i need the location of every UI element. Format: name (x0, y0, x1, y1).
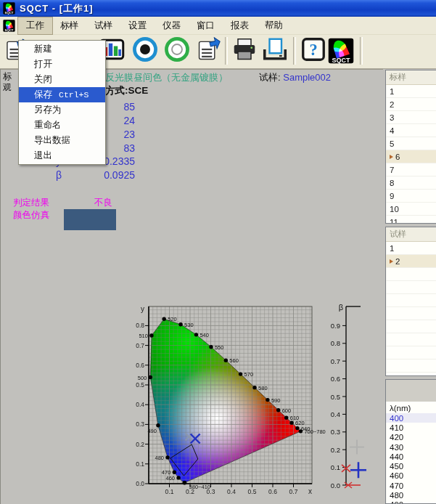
help-button[interactable]: ? (298, 36, 329, 66)
svg-text:510: 510 (139, 333, 148, 339)
color-spec-label: 反光膜昼间色（无金属镀膜） (105, 71, 228, 84)
row-number: 10 (390, 205, 399, 214)
menu-item-3[interactable]: 设置 (120, 17, 155, 34)
list-item[interactable]: 7 (386, 163, 436, 176)
list-item[interactable]: 10 (386, 203, 436, 216)
row-number: 2 (395, 257, 400, 266)
list-item[interactable]: 8 (386, 176, 436, 190)
svg-text:0.5: 0.5 (136, 381, 144, 389)
menu-item-6[interactable]: 报表 (223, 17, 257, 34)
app-logo-icon: SQCT (3, 2, 15, 15)
wavelength-row[interactable]: 420 (386, 433, 436, 442)
svg-text:530: 530 (184, 322, 194, 328)
sqct-window: SQCT SQCT - [工作1] SQCT 工作标样试样设置仪器窗口报表帮助 (0, 0, 436, 504)
svg-text:0.4: 0.4 (331, 410, 340, 418)
value-beta: 0.0925 (65, 169, 135, 181)
toolbar-separator (293, 37, 296, 65)
list-item[interactable]: 3 (386, 111, 436, 124)
wavelength-row[interactable]: 430 (386, 442, 436, 452)
list-item[interactable]: 2 (386, 98, 436, 111)
empty-row (386, 373, 436, 376)
file-menu-item-5[interactable]: 重命名 (19, 118, 105, 133)
empty-row (386, 320, 436, 333)
svg-text:0.7: 0.7 (331, 357, 340, 365)
file-menu-item-0[interactable]: 新建 (19, 41, 105, 57)
file-menu-item-3[interactable]: 保存Ctrl+S (19, 87, 105, 102)
list-item[interactable]: 1 (386, 242, 436, 255)
menu-item-5[interactable]: 窗口 (189, 17, 223, 34)
empty-row (386, 281, 436, 294)
wavelength-row[interactable]: 490 (386, 500, 436, 504)
file-menu-item-6[interactable]: 导出数据 (19, 133, 105, 148)
svg-text:470: 470 (162, 469, 171, 476)
judgment-label: 判定结果 (13, 197, 49, 209)
measure-sample-button[interactable] (162, 36, 192, 66)
row-number: 9 (390, 192, 394, 200)
color-simulation-swatch (64, 209, 116, 230)
wavelength-row[interactable]: 450 (386, 461, 436, 471)
print-button[interactable] (229, 36, 260, 66)
menu-item-7[interactable]: 帮助 (257, 17, 291, 34)
wavelength-row[interactable]: 470 (386, 481, 436, 490)
list-item[interactable]: 1 (386, 85, 436, 98)
list-item[interactable]: 9 (386, 190, 436, 203)
svg-text:0.8: 0.8 (136, 322, 144, 329)
wavelength-list[interactable]: λ(nm)400410420430440450460470480490 (385, 379, 436, 504)
file-menu-item-label: 导出数据 (34, 134, 70, 147)
row-number: 3 (390, 113, 394, 122)
list-item[interactable]: 4 (386, 124, 436, 137)
svg-text:x: x (308, 487, 312, 495)
list-item[interactable]: 5 (386, 137, 436, 150)
wavelength-row[interactable]: 460 (386, 471, 436, 481)
file-menu-item-label: 另存为 (34, 104, 62, 116)
svg-text:550: 550 (215, 344, 224, 351)
print-preview-button[interactable] (260, 36, 290, 66)
wavelength-row[interactable]: 480 (386, 490, 436, 500)
svg-text:0.2: 0.2 (136, 441, 144, 448)
file-menu-item-1[interactable]: 打开 (19, 57, 105, 72)
menu-item-1[interactable]: 标样 (52, 17, 86, 34)
svg-text:500: 500 (138, 375, 147, 381)
wavelength-row[interactable]: 400 (386, 413, 436, 423)
row-number: 4 (390, 126, 394, 135)
file-menu-item-4[interactable]: 另存为 (19, 102, 105, 118)
svg-text:0.2: 0.2 (331, 446, 340, 454)
print-preview-icon (262, 36, 288, 65)
judgment-result: 不良 (94, 197, 112, 209)
sample-name: Sample002 (283, 72, 331, 83)
menu-item-2[interactable]: 试样 (86, 17, 120, 34)
svg-text:0.3: 0.3 (136, 420, 144, 428)
file-menu-item-7[interactable]: 退出 (19, 148, 105, 163)
wavelength-row[interactable]: 440 (386, 452, 436, 461)
list-item[interactable]: 6 (386, 150, 436, 163)
doc-export-icon (197, 37, 221, 65)
sqct-logo-button[interactable]: SQCT (326, 36, 356, 66)
label-beta: β (56, 169, 62, 181)
toolbar-separator (225, 37, 228, 65)
menu-file[interactable]: 工作 (18, 17, 52, 34)
content-left-edge (0, 69, 2, 504)
svg-text:SQCT: SQCT (5, 11, 14, 15)
wavelength-header: λ(nm) (386, 404, 436, 412)
list-item[interactable]: 2 (386, 255, 436, 268)
menu-item-4[interactable]: 仪器 (155, 17, 189, 34)
trial-sample-list[interactable]: 试样12 (385, 227, 436, 376)
list-item[interactable]: 11 (386, 216, 436, 224)
wavelength-row[interactable]: 410 (386, 423, 436, 432)
chromaticity-chart: 0.00.10.20.30.40.50.60.70.80.10.20.30.40… (134, 298, 384, 504)
file-menu-item-label: 重命名 (34, 119, 62, 131)
current-row-marker (390, 155, 393, 159)
measure-standard-button[interactable] (130, 36, 160, 66)
report-export-button[interactable] (194, 36, 224, 66)
child-window-icon[interactable]: SQCT (3, 20, 15, 32)
svg-text:580: 580 (258, 385, 268, 391)
standard-sample-list[interactable]: 标样1234567891011 (385, 70, 436, 224)
titlebar[interactable]: SQCT SQCT - [工作1] (0, 0, 436, 17)
file-menu-item-label: 关闭 (34, 73, 52, 86)
empty-row (386, 333, 436, 346)
row-number: 8 (390, 179, 394, 187)
question-mark-icon: ? (300, 36, 326, 65)
printer-icon (231, 36, 258, 65)
empty-row (386, 346, 436, 359)
file-menu-item-2[interactable]: 关闭 (19, 72, 105, 87)
